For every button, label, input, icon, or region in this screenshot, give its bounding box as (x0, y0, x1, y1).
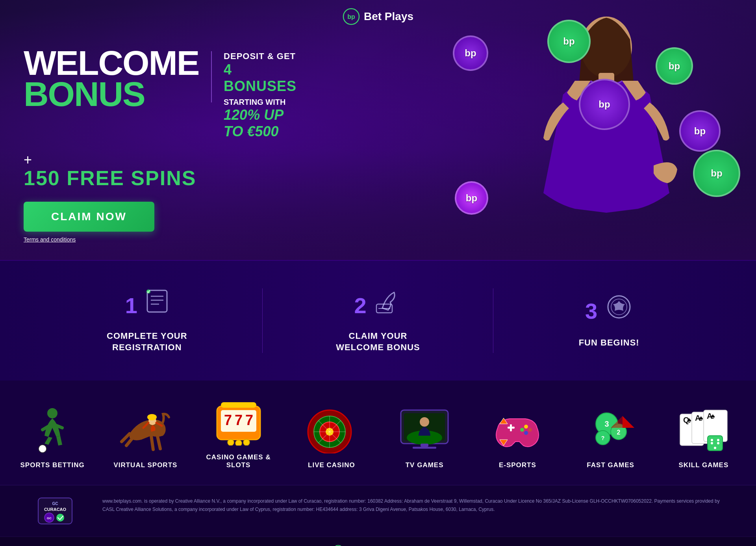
virtual-sports-icon (118, 404, 173, 455)
free-spins-text: 150 FREE SPINS (24, 166, 299, 190)
game-live-casino[interactable]: LIVE CASINO (287, 404, 376, 469)
step-1-row: 1 (125, 288, 169, 325)
game-tv-games[interactable]: TV GAMES (380, 404, 469, 469)
footer-legal-text: www.betplays.com. is operated by Creativ… (102, 497, 732, 513)
footer: GC CURACAO GC www.betplays.com. is opera… (0, 485, 756, 537)
logo-icon: bp (343, 8, 360, 25)
svg-rect-4 (147, 290, 167, 312)
steps-section: 1 COMPLETE YOURREGISTRATION 2 (0, 260, 756, 381)
svg-text:♠: ♠ (711, 412, 715, 420)
step-2-icon (374, 288, 402, 319)
hero-section: bp bp bp bp bp bp bp bp Bet Plays WELCOM… (0, 0, 756, 260)
bonuses-label: 4 BONUSES (224, 61, 299, 95)
welcome-line2: BONUS (24, 78, 199, 110)
svg-text:CURACAO: CURACAO (44, 507, 67, 512)
svg-point-13 (47, 408, 57, 418)
gc-curacao-badge: GC CURACAO GC (37, 497, 73, 525)
svg-rect-41 (510, 424, 512, 431)
svg-point-65 (717, 442, 719, 444)
svg-point-63 (717, 439, 719, 441)
svg-text:7: 7 (245, 412, 253, 428)
step-2: 2 CLAIM YOURWELCOME BONUS (263, 280, 494, 361)
chip-green-3: bp (693, 150, 740, 197)
logo-text: Bet Plays (364, 10, 413, 23)
divider (211, 51, 212, 102)
svg-point-62 (711, 439, 713, 441)
game-skill-games[interactable]: Q ♠ A ♠ A ♠ SKILL GAMES (659, 404, 748, 469)
svg-point-24 (235, 440, 242, 446)
step-3-label: FUN BEGINS! (579, 337, 639, 349)
footer-logo-area: GC CURACAO GC (24, 497, 87, 525)
chip-purple-2: bp (579, 79, 630, 130)
welcome-word: WELCOME BONUS (24, 47, 199, 110)
svg-text:bp: bp (347, 13, 355, 20)
svg-rect-38 (421, 444, 428, 447)
game-casino-slots[interactable]: 7 7 7 CASINO GAMES & SLOTS (194, 396, 283, 469)
game-sports-betting[interactable]: SPORTS BETTING (8, 404, 97, 469)
step-1: 1 COMPLETE YOURREGISTRATION (32, 280, 263, 361)
step-3-icon (605, 293, 633, 325)
sports-betting-label: SPORTS BETTING (20, 461, 85, 469)
footer-bottom: bp Bet Plays all rights reserved (0, 537, 756, 546)
svg-text:3: 3 (604, 420, 609, 428)
chip-purple-1: bp (453, 35, 488, 71)
deposit-label: DEPOSIT & GET (224, 51, 299, 61)
fast-games-icon: 3 2 ? (583, 404, 638, 455)
svg-text:♠: ♠ (687, 416, 691, 424)
step-3: 3 FUN BEGINS! (493, 285, 724, 357)
step-2-label: CLAIM YOURWELCOME BONUS (336, 331, 420, 353)
terms-link[interactable]: Terms and conditions (24, 236, 299, 243)
svg-text:♠: ♠ (699, 414, 703, 422)
game-fast-games[interactable]: 3 2 ? FAST GAMES (566, 404, 655, 469)
header: bp Bet Plays (0, 0, 756, 33)
logo[interactable]: bp Bet Plays (343, 8, 413, 25)
svg-point-43 (520, 428, 524, 432)
esports-label: E-SPORTS (499, 461, 536, 469)
step-3-row: 3 (585, 293, 633, 331)
starting-label: STARTING WITH (224, 98, 299, 107)
fast-games-label: FAST GAMES (587, 461, 634, 469)
svg-point-23 (228, 439, 234, 446)
live-casino-label: LIVE CASINO (308, 461, 355, 469)
svg-text:7: 7 (224, 412, 232, 428)
hero-content: WELCOME BONUS DEPOSIT & GET 4 BONUSES ST… (24, 47, 299, 243)
claim-now-button[interactable]: CLAIM NOW (24, 202, 154, 232)
svg-point-42 (524, 425, 528, 429)
percent-label: 120% UP TO €500 (224, 107, 299, 140)
sports-betting-icon (25, 404, 80, 455)
svg-text:GC: GC (47, 516, 52, 520)
free-spins-block: + 150 FREE SPINS (24, 152, 299, 190)
svg-point-16 (147, 414, 157, 420)
svg-point-8 (146, 290, 150, 293)
svg-point-66 (714, 447, 716, 449)
svg-point-37 (420, 417, 429, 427)
plus-sign: + (24, 152, 299, 168)
live-casino-icon (304, 404, 359, 455)
svg-text:?: ? (601, 435, 604, 441)
svg-rect-39 (413, 447, 436, 449)
step-2-row: 2 (354, 288, 402, 325)
svg-point-45 (524, 431, 528, 435)
svg-point-44 (528, 428, 532, 432)
game-virtual-sports[interactable]: VIRTUAL SPORTS (101, 404, 190, 469)
games-section: SPORTS BETTING VIRTUAL SPORTS (0, 381, 756, 485)
step-1-number: 1 (125, 295, 137, 317)
game-esports[interactable]: E-SPORTS (473, 404, 562, 469)
svg-rect-22 (221, 402, 256, 408)
chip-green-2: bp (656, 47, 693, 85)
svg-text:7: 7 (235, 412, 243, 428)
step-3-number: 3 (585, 300, 597, 322)
casino-slots-label: CASINO GAMES & SLOTS (194, 453, 283, 469)
skill-games-label: SKILL GAMES (678, 461, 728, 469)
virtual-sports-label: VIRTUAL SPORTS (113, 461, 177, 469)
svg-point-14 (39, 445, 46, 453)
step-1-icon (145, 288, 169, 319)
svg-point-25 (243, 439, 250, 446)
welcome-headline: WELCOME BONUS DEPOSIT & GET 4 BONUSES ST… (24, 47, 299, 140)
esports-icon (490, 404, 545, 455)
step-2-number: 2 (354, 295, 366, 317)
tv-games-label: TV GAMES (406, 461, 444, 469)
chip-purple-3: bp (679, 110, 721, 152)
svg-text:2: 2 (617, 429, 620, 436)
svg-text:GC: GC (52, 501, 58, 506)
